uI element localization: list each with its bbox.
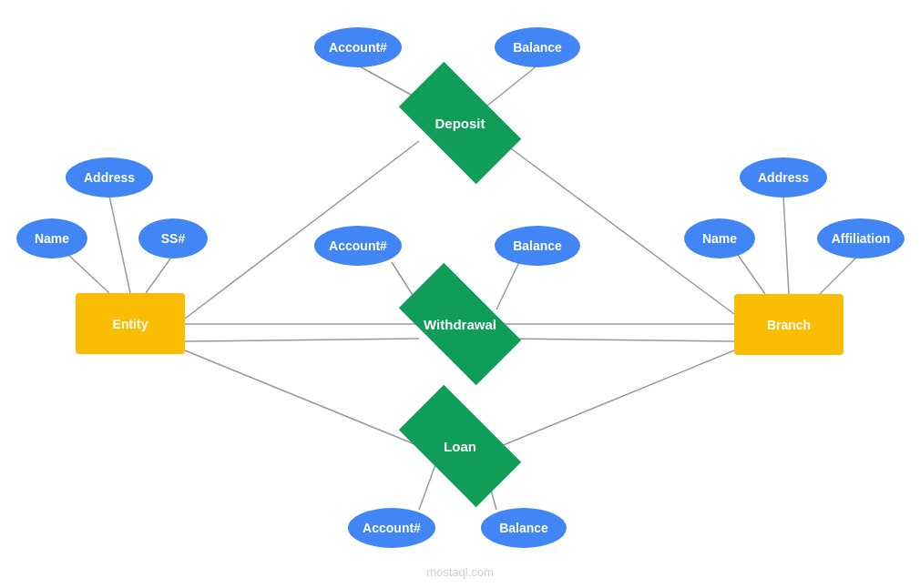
deposit-account-ellipse: Account#	[314, 27, 402, 67]
withdrawal-balance-ellipse: Balance	[495, 226, 580, 266]
svg-line-15	[68, 255, 109, 293]
deposit-diamond: Deposit	[405, 91, 515, 155]
entity-name-ellipse: Name	[16, 218, 87, 259]
branch-affiliation-ellipse: Affiliation	[817, 218, 905, 259]
loan-diamond: Loan	[405, 414, 515, 478]
svg-line-14	[109, 196, 130, 293]
branch-name-ellipse: Name	[684, 218, 755, 259]
svg-line-12	[185, 350, 419, 446]
branch-rectangle: Branch	[734, 294, 843, 355]
svg-line-18	[738, 255, 765, 294]
loan-balance-ellipse: Balance	[481, 508, 567, 548]
svg-line-17	[783, 196, 789, 294]
er-diagram: Deposit Withdrawal Loan Entity Branch Ac…	[0, 0, 920, 588]
entity-rectangle: Entity	[76, 293, 185, 354]
branch-address-ellipse: Address	[740, 157, 827, 198]
svg-line-8	[185, 339, 419, 341]
svg-line-19	[820, 255, 859, 294]
entity-ss-ellipse: SS#	[138, 218, 208, 259]
svg-line-9	[504, 339, 734, 341]
loan-account-ellipse: Account#	[348, 508, 435, 548]
withdrawal-account-ellipse: Account#	[314, 226, 402, 266]
withdrawal-diamond: Withdrawal	[405, 292, 515, 356]
svg-line-13	[501, 350, 734, 446]
entity-address-ellipse: Address	[66, 157, 153, 198]
svg-line-16	[146, 255, 173, 293]
watermark: mostaql.com	[426, 565, 494, 579]
deposit-balance-ellipse: Balance	[495, 27, 580, 67]
